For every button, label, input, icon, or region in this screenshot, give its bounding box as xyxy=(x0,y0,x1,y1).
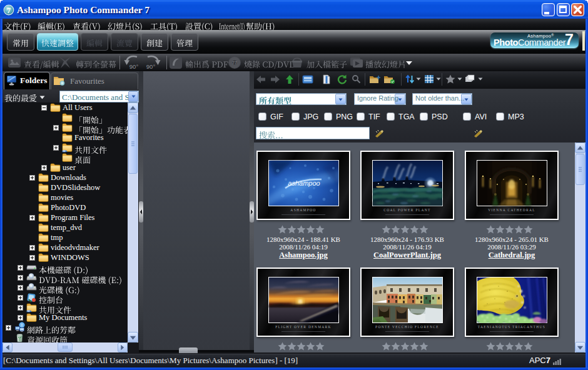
svg-text:ashampoo: ashampoo xyxy=(288,179,320,187)
svg-text:90°: 90° xyxy=(129,63,139,70)
svg-text:7: 7 xyxy=(7,6,11,15)
svg-text:90°: 90° xyxy=(146,63,156,70)
svg-text:77: 77 xyxy=(232,61,237,65)
